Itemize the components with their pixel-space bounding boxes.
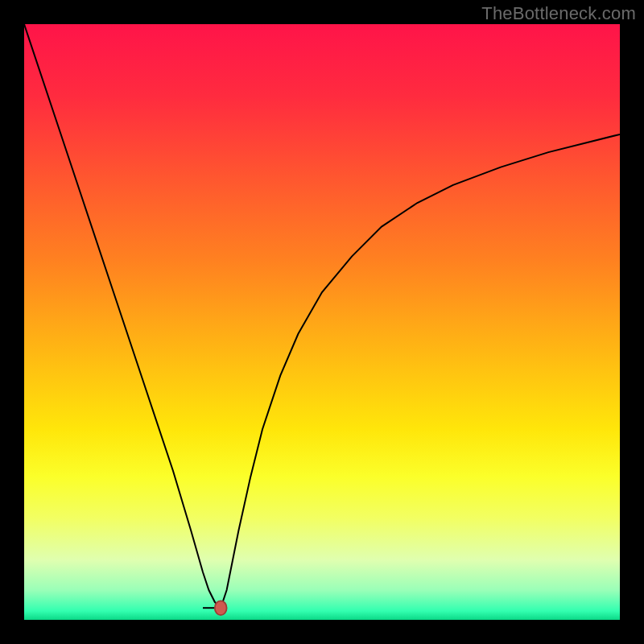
bottleneck-curve [24, 24, 620, 620]
plot-area [24, 24, 620, 620]
watermark-label: TheBottleneck.com [481, 3, 636, 24]
curve-left-branch [24, 24, 221, 608]
minimum-marker-icon [215, 601, 227, 615]
curve-right-branch [221, 134, 620, 608]
chart-frame: TheBottleneck.com [0, 0, 644, 644]
